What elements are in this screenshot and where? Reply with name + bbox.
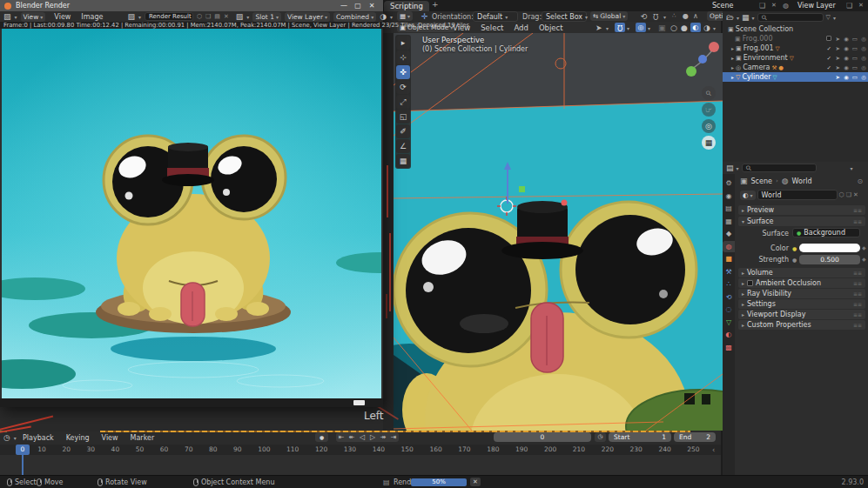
timeline-menu-item[interactable]: Keying	[66, 434, 90, 442]
viewport-menu-item[interactable]: Add	[514, 23, 528, 32]
zoom-icon[interactable]: ⚲	[702, 86, 716, 100]
exclude-checkbox[interactable]: ✓	[827, 64, 831, 71]
selectable-icon[interactable]: ➤	[836, 55, 840, 62]
gizmo-toggle-icon[interactable]: ➤	[595, 23, 602, 32]
view-layer-icon[interactable]: ◍	[783, 2, 789, 10]
hide-eye-icon[interactable]: ◉	[844, 74, 849, 81]
timeline-tracks[interactable]	[0, 455, 721, 475]
panel-settings[interactable]: ▸Settings≡≡	[738, 299, 865, 309]
proportional-edit-icon[interactable]: ∴	[672, 12, 676, 19]
browse-world-button[interactable]: ◐▾	[740, 191, 756, 200]
timeline-editor-dropdown-icon[interactable]: ▾	[14, 435, 17, 441]
tab-output[interactable]: ▤	[723, 203, 735, 214]
expand-icon[interactable]: ▸	[731, 55, 734, 61]
new-scene-icon[interactable]: ❏	[759, 2, 765, 10]
view-layer-selector[interactable]: View Layer	[797, 2, 836, 10]
xray-toggle-icon[interactable]: ▣	[658, 23, 666, 32]
timeline-menu-item[interactable]: Marker	[131, 434, 155, 442]
gizmo-dropdown-icon[interactable]: ▾	[606, 25, 609, 31]
render-disable-icon[interactable]: ◎	[861, 45, 866, 52]
playhead-line[interactable]	[22, 455, 24, 475]
panel-ambient-occlusion[interactable]: ▸Ambient Occlusion≡≡	[738, 278, 865, 288]
tab-modifiers[interactable]: ⚒	[723, 266, 735, 277]
expand-icon[interactable]: ▸	[731, 64, 734, 70]
remove-view-layer-icon[interactable]: ✕	[858, 2, 864, 9]
proportional-falloff-icon[interactable]: ●	[683, 12, 689, 20]
outliner-row-environment[interactable]: ▸ ▣ Environment ▽ ✓ ➤ ◉ ▭ ◎	[723, 53, 868, 63]
tab-view-layer[interactable]: ▦	[723, 216, 735, 227]
proportional-editing-toggle[interactable]: ◎	[636, 23, 646, 32]
tab-scene[interactable]: ◆	[723, 228, 735, 239]
image-mode-dropdown[interactable]: View ▾	[21, 12, 46, 22]
snap-settings-dropdown-icon[interactable]: ▾	[627, 25, 629, 31]
surface-value-field[interactable]: ● Background	[792, 228, 860, 237]
image-menu-item[interactable]: View	[54, 13, 71, 21]
viewport-tool-button[interactable]: ⊹	[396, 50, 410, 64]
move-gizmo-icon[interactable]: ✛	[421, 12, 428, 21]
channels-dropdown-icon[interactable]: ▾	[390, 14, 393, 20]
snap-magnet-icon[interactable]: Ω	[653, 12, 658, 20]
workspace-tab-scripting[interactable]: Scripting	[384, 1, 429, 11]
shading-material-icon[interactable]: ◐	[690, 23, 701, 32]
world-name-field[interactable]: World	[757, 190, 838, 200]
playback-button[interactable]: ⇤	[336, 433, 347, 441]
camera-view-icon[interactable]: ◎	[702, 119, 716, 133]
frame-start-field[interactable]: Start1	[609, 432, 671, 442]
image-name-field[interactable]: Render Result	[145, 12, 193, 21]
orientation-dropdown[interactable]: Default ▾	[473, 11, 518, 22]
properties-editor-icon[interactable]: ▤	[726, 164, 734, 172]
render-disable-icon[interactable]: ◎	[861, 74, 866, 81]
image-editor-icon[interactable]: ▨	[3, 12, 11, 21]
image-browse-icon[interactable]: ▨	[127, 12, 135, 21]
outliner-filter-mode-icon[interactable]: ▦	[742, 13, 750, 22]
panel-preview[interactable]: ▸ Preview ≡≡	[738, 205, 865, 215]
view-layer-dropdown[interactable]: View Layer▾	[285, 12, 330, 22]
viewport-tool-button[interactable]: ✐	[396, 124, 410, 138]
tab-physics[interactable]: ⟲	[723, 291, 735, 303]
shading-solid-icon[interactable]: ●	[681, 23, 688, 32]
hide-eye-icon[interactable]: ◉	[844, 45, 849, 52]
playhead-badge[interactable]: 0	[16, 445, 30, 455]
maximize-button[interactable]: ▢	[351, 2, 365, 10]
exclude-checkbox[interactable]: ✓	[827, 55, 831, 62]
viewport-tool-button[interactable]: ⟳	[396, 80, 410, 94]
strength-slider[interactable]: 0.500	[799, 255, 860, 264]
render-disable-icon[interactable]: ◎	[861, 36, 866, 43]
cancel-render-button[interactable]: ✕	[470, 478, 481, 486]
outliner-row-camera[interactable]: ▸ ◎ Camera ⚒ ● ✓ ➤ ◉ ▭ ◎	[723, 63, 868, 72]
shading-dropdown-icon[interactable]: ▾	[713, 25, 716, 31]
new-world-icon[interactable]: ❏	[846, 191, 851, 198]
playback-button[interactable]: ◁	[357, 433, 367, 441]
outliner-row-frog001[interactable]: ▸ ▣ Frog.001 ▽ ✓ ➤ ◉ ▭ ◎	[723, 43, 868, 53]
tab-tool[interactable]: ⚙	[723, 177, 735, 189]
snap-toggle-on[interactable]: Ω	[615, 23, 625, 32]
selectable-icon[interactable]: ➤	[836, 74, 840, 81]
selectable-icon[interactable]: ➤	[836, 45, 840, 52]
timeline-editor-icon[interactable]: ◷	[3, 433, 10, 442]
fake-user-icon[interactable]: ⬡	[839, 191, 844, 198]
timeline-menu-item[interactable]: Playback	[23, 434, 54, 442]
collapse-region-icon[interactable]: ‹	[712, 446, 715, 454]
select-mode-dropdown[interactable]: Select Box ▾	[542, 11, 587, 22]
minimize-button[interactable]: —	[337, 2, 351, 10]
tab-constraints[interactable]: ◌	[723, 304, 735, 315]
playback-button[interactable]: ↞	[347, 433, 357, 441]
viewport-tool-button[interactable]: ⤢	[396, 95, 410, 109]
add-workspace-button[interactable]: +	[432, 0, 439, 9]
tab-world[interactable]: ◍	[723, 241, 735, 252]
snap-angle-icon[interactable]: ∧	[693, 12, 698, 20]
outliner-search-input[interactable]: ⚲	[757, 13, 824, 22]
panel-volume[interactable]: ▸Volume≡≡	[738, 268, 865, 277]
new-image-icon[interactable]: ❏	[205, 13, 211, 20]
properties-editor-dropdown-icon[interactable]: ▾	[737, 165, 739, 171]
animate-color-icon[interactable]: ◆	[862, 244, 866, 251]
panel-viewport-display[interactable]: ▸Viewport Display≡≡	[738, 310, 865, 319]
active-tool-button[interactable]: ▦ ▾	[397, 11, 413, 21]
timeline-ruler[interactable]: 0102030405060708090100110120130140150160…	[0, 445, 721, 455]
render-pass-dropdown[interactable]: Combined▾	[333, 12, 376, 22]
render-disable-icon[interactable]: ◎	[861, 64, 866, 71]
hide-eye-icon[interactable]: ◉	[844, 64, 849, 71]
close-window-button[interactable]: ✕	[365, 2, 379, 10]
tab-material[interactable]: ◐	[723, 329, 735, 340]
playback-button[interactable]: ↠	[378, 433, 388, 441]
